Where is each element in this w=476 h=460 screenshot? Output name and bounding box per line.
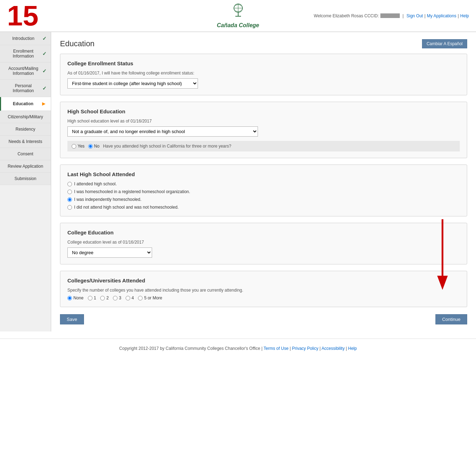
sidebar-item-label: Residency bbox=[4, 127, 47, 132]
independently-homeschooled-label[interactable]: I was independently homeschooled. bbox=[67, 197, 460, 202]
sidebar-item-label: Account/Mailing Information bbox=[4, 66, 42, 76]
college-education-section: College Education College education leve… bbox=[60, 223, 467, 264]
check-icon-account: ✓ bbox=[42, 68, 47, 74]
sidebar-item-consent[interactable]: Consent bbox=[0, 148, 51, 160]
sidebar-item-review[interactable]: Review Application bbox=[0, 160, 51, 173]
two-label[interactable]: 2 bbox=[100, 295, 109, 300]
one-label[interactable]: 1 bbox=[88, 295, 96, 300]
college-logo-icon bbox=[228, 3, 249, 22]
page-title: Education bbox=[60, 39, 95, 48]
terms-link[interactable]: Terms of Use bbox=[264, 346, 289, 351]
sign-out-link[interactable]: Sign Out bbox=[406, 13, 423, 18]
sidebar-item-needs[interactable]: Needs & Interests bbox=[0, 136, 51, 148]
privacy-link[interactable]: Privacy Policy bbox=[292, 346, 319, 351]
my-applications-link[interactable]: My Applications bbox=[427, 13, 456, 18]
three-radio[interactable] bbox=[113, 296, 118, 300]
button-row: Save Continue bbox=[60, 314, 467, 324]
sidebar-item-label: Consent bbox=[4, 151, 47, 156]
sidebar-item-education[interactable]: Education ► bbox=[0, 97, 51, 111]
did-not-attend-radio[interactable] bbox=[67, 205, 72, 210]
enrollment-status-section: College Enrollment Status As of 01/16/20… bbox=[60, 54, 467, 95]
ca-yes-label[interactable]: Yes bbox=[72, 144, 85, 149]
ca-no-label[interactable]: No bbox=[88, 144, 100, 149]
five-or-more-text: 5 or More bbox=[144, 295, 162, 300]
last-high-school-section: Last High School Attended I attended hig… bbox=[60, 165, 467, 216]
enrollment-status-title: College Enrollment Status bbox=[67, 60, 460, 66]
sidebar-item-residency[interactable]: Residency bbox=[0, 123, 51, 136]
none-label[interactable]: None bbox=[67, 295, 84, 300]
high-school-title: High School Education bbox=[67, 108, 460, 114]
college-level-label: College education level as of 01/16/2017 bbox=[67, 240, 460, 245]
enrollment-status-select[interactable]: First-time student in college (after lea… bbox=[67, 78, 198, 89]
sidebar: Introduction ✓ Enrollment Information ✓ … bbox=[0, 32, 51, 331]
svg-marker-6 bbox=[437, 276, 448, 290]
logo-container: Cañada College bbox=[217, 3, 259, 29]
four-radio[interactable] bbox=[126, 296, 130, 300]
four-text: 4 bbox=[132, 295, 134, 300]
attended-high-school-label[interactable]: I attended high school. bbox=[67, 181, 460, 186]
accessibility-link[interactable]: Accessibility bbox=[321, 346, 344, 351]
colleges-attended-desc: Specify the number of colleges you have … bbox=[67, 288, 460, 293]
help-link-header[interactable]: Help bbox=[460, 13, 469, 18]
attended-high-school-radio[interactable] bbox=[67, 182, 72, 186]
sidebar-item-personal[interactable]: Personal Information ✓ bbox=[0, 80, 51, 97]
two-radio[interactable] bbox=[100, 296, 105, 300]
colleges-attended-title: Colleges/Universities Attended bbox=[67, 277, 460, 283]
high-school-level-select[interactable]: Not a graduate of, and no longer enrolle… bbox=[67, 126, 258, 137]
sidebar-item-submission[interactable]: Submission bbox=[0, 173, 51, 185]
sidebar-item-label: Introduction bbox=[4, 36, 42, 41]
check-icon-personal: ✓ bbox=[42, 85, 47, 91]
homeschooled-registered-text: I was homeschooled in a registered homes… bbox=[74, 189, 190, 194]
page-header: Education Cambiar A Español bbox=[60, 39, 467, 48]
two-text: 2 bbox=[106, 295, 109, 300]
check-icon-enrollment: ✓ bbox=[42, 51, 47, 56]
down-arrow-icon bbox=[437, 219, 448, 290]
colleges-attended-section: Colleges/Universities Attended Specify t… bbox=[60, 271, 467, 307]
college-education-title: College Education bbox=[67, 229, 460, 235]
separator2: | bbox=[424, 13, 426, 18]
sidebar-item-introduction[interactable]: Introduction ✓ bbox=[0, 32, 51, 45]
five-or-more-label[interactable]: 5 or More bbox=[138, 295, 162, 300]
ca-question-text: Have you attended high school in Califor… bbox=[103, 144, 231, 149]
help-link-footer[interactable]: Help bbox=[348, 346, 357, 351]
sidebar-item-label: Review Application bbox=[4, 164, 47, 169]
did-not-attend-label[interactable]: I did not attend high school and was not… bbox=[67, 205, 460, 210]
save-button[interactable]: Save bbox=[60, 314, 84, 324]
none-radio[interactable] bbox=[67, 296, 72, 300]
sidebar-item-label: Education bbox=[5, 101, 41, 106]
red-arrow-indicator bbox=[437, 219, 448, 291]
welcome-text: Welcome Elizabeth Rosas CCCID: bbox=[314, 13, 379, 18]
ca-yes-text: Yes bbox=[78, 144, 85, 149]
none-text: None bbox=[73, 295, 84, 300]
sidebar-item-label: Citizenship/Military bbox=[4, 114, 47, 119]
homeschooled-registered-label[interactable]: I was homeschooled in a registered homes… bbox=[67, 189, 460, 194]
independently-homeschooled-radio[interactable] bbox=[67, 197, 72, 202]
arrow-icon-education: ► bbox=[41, 101, 47, 107]
footer: Copyright 2012-2017 by California Commun… bbox=[0, 339, 476, 358]
four-label[interactable]: 4 bbox=[126, 295, 134, 300]
college-level-select[interactable]: No degree Associate's degree Bachelor's … bbox=[67, 247, 152, 258]
three-text: 3 bbox=[119, 295, 121, 300]
one-radio[interactable] bbox=[88, 296, 92, 300]
sidebar-item-enrollment[interactable]: Enrollment Information ✓ bbox=[0, 45, 51, 62]
cambiar-button[interactable]: Cambiar A Español bbox=[422, 39, 467, 48]
sidebar-item-citizenship[interactable]: Citizenship/Military bbox=[0, 111, 51, 123]
continue-button[interactable]: Continue bbox=[435, 314, 467, 324]
top-right-nav: Welcome Elizabeth Rosas CCCID: | Sign Ou… bbox=[314, 13, 469, 18]
separator: | bbox=[403, 13, 404, 18]
ca-yes-radio[interactable] bbox=[72, 144, 76, 149]
check-icon-introduction: ✓ bbox=[42, 36, 47, 41]
sidebar-item-account[interactable]: Account/Mailing Information ✓ bbox=[0, 62, 51, 80]
three-label[interactable]: 3 bbox=[113, 295, 121, 300]
ca-question-row: Yes No Have you attended high school in … bbox=[67, 141, 460, 151]
ca-no-radio[interactable] bbox=[88, 144, 93, 149]
main-content: Education Cambiar A Español College Enro… bbox=[51, 32, 476, 331]
homeschooled-registered-radio[interactable] bbox=[67, 190, 72, 194]
ca-no-text: No bbox=[94, 144, 100, 149]
last-high-school-options: I attended high school. I was homeschool… bbox=[67, 181, 460, 210]
sidebar-item-label: Personal Information bbox=[4, 83, 42, 93]
separator3: | bbox=[458, 13, 459, 18]
five-or-more-radio[interactable] bbox=[138, 296, 143, 300]
colleges-attended-radios: None 1 2 3 4 bbox=[67, 295, 460, 300]
sidebar-item-label: Enrollment Information bbox=[4, 49, 42, 59]
